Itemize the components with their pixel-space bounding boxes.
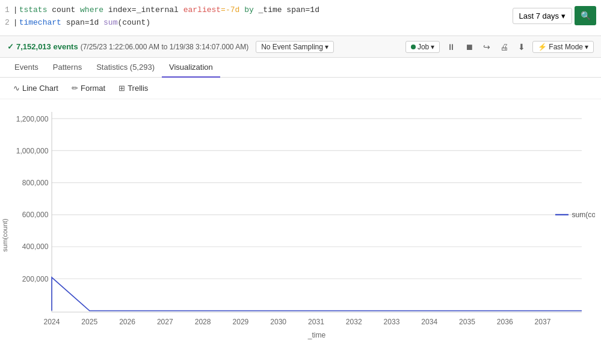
check-icon: ✓ xyxy=(7,42,14,51)
main-content: ∿ Line Chart ✏ Format ⊞ Trellis sum(coun… xyxy=(0,78,601,362)
query-editor[interactable]: | tstats count where index=_internal ear… xyxy=(13,4,508,29)
chart-toolbar: ∿ Line Chart ✏ Format ⊞ Trellis xyxy=(0,78,601,99)
stop-button[interactable]: ⏹ xyxy=(463,41,476,53)
svg-text:2033: 2033 xyxy=(383,318,399,326)
svg-text:2034: 2034 xyxy=(421,318,437,326)
share-icon: ↪ xyxy=(483,42,490,52)
line-chart-button[interactable]: ∿ Line Chart xyxy=(7,81,64,95)
svg-text:2028: 2028 xyxy=(195,318,211,326)
time-range-button[interactable]: Last 7 days ▾ xyxy=(513,8,573,24)
svg-text:2035: 2035 xyxy=(459,318,475,326)
chart-svg: 1,200,000 1,000,000 800,000 600,000 400,… xyxy=(12,105,595,364)
export-icon: ⬇ xyxy=(518,42,525,52)
search-icon: 🔍 xyxy=(581,11,591,20)
job-label: Job xyxy=(418,43,429,51)
format-label: Format xyxy=(81,84,105,93)
tab-statistics[interactable]: Statistics (5,293) xyxy=(89,58,162,78)
svg-text:200,000: 200,000 xyxy=(22,275,49,283)
print-button[interactable]: 🖨 xyxy=(498,41,511,53)
svg-text:2024: 2024 xyxy=(44,318,60,326)
pencil-icon: ✏ xyxy=(72,84,78,93)
pause-button[interactable]: ⏸ xyxy=(445,41,458,53)
svg-text:_time: _time xyxy=(307,331,326,339)
line-numbers: 1 2 xyxy=(5,4,13,29)
chevron-down-icon: ▾ xyxy=(431,43,434,51)
svg-text:1,000,000: 1,000,000 xyxy=(16,147,49,155)
svg-text:sum(count): sum(count) xyxy=(572,211,595,219)
query-actions: Last 7 days ▾ 🔍 xyxy=(508,4,602,28)
tabs: Events Patterns Statistics (5,293) Visua… xyxy=(0,58,601,78)
line-chart-icon: ∿ xyxy=(13,84,20,93)
svg-text:2026: 2026 xyxy=(119,318,135,326)
fast-mode-button[interactable]: ⚡ Fast Mode ▾ xyxy=(532,41,594,53)
chart-container: sum(count) 1,200,000 1,000,000 800,000 6… xyxy=(0,99,601,364)
tab-visualization[interactable]: Visualization xyxy=(162,58,220,78)
lightning-icon: ⚡ xyxy=(538,43,547,51)
status-dot-icon xyxy=(411,45,416,49)
line-chart-label: Line Chart xyxy=(22,84,58,93)
event-sampling-button[interactable]: No Event Sampling ▾ xyxy=(256,41,334,53)
stop-icon: ⏹ xyxy=(465,42,473,52)
search-button[interactable]: 🔍 xyxy=(575,6,596,25)
query-bar: 1 2 | tstats count where index=_internal… xyxy=(0,0,601,36)
fast-mode-label: Fast Mode xyxy=(549,43,583,51)
trellis-button[interactable]: ⊞ Trellis xyxy=(112,81,154,95)
print-icon: 🖨 xyxy=(500,42,508,52)
chevron-down-icon: ▾ xyxy=(561,11,566,20)
svg-text:2025: 2025 xyxy=(81,318,97,326)
pause-icon: ⏸ xyxy=(447,42,455,52)
trellis-icon: ⊞ xyxy=(119,84,125,93)
svg-text:2036: 2036 xyxy=(497,318,513,326)
status-success: ✓ 7,152,013 events (7/25/23 1:22:06.000 … xyxy=(7,42,248,51)
tab-patterns[interactable]: Patterns xyxy=(46,58,89,78)
event-count: 7,152,013 events xyxy=(16,42,78,51)
chevron-down-icon: ▾ xyxy=(585,43,588,51)
svg-text:2029: 2029 xyxy=(232,318,248,326)
event-sampling-label: No Event Sampling xyxy=(261,43,323,51)
share-button[interactable]: ↪ xyxy=(481,41,493,53)
svg-text:800,000: 800,000 xyxy=(22,179,49,187)
svg-text:600,000: 600,000 xyxy=(22,211,49,219)
time-range-label: Last 7 days xyxy=(519,11,559,20)
tab-events[interactable]: Events xyxy=(7,58,46,78)
y-axis-label: sum(count) xyxy=(0,105,12,364)
svg-text:2030: 2030 xyxy=(270,318,286,326)
chevron-down-icon: ▾ xyxy=(325,43,328,51)
status-right: Job ▾ ⏸ ⏹ ↪ 🖨 ⬇ ⚡ Fast Mode ▾ xyxy=(405,41,594,53)
svg-text:2032: 2032 xyxy=(346,318,362,326)
svg-text:2037: 2037 xyxy=(535,318,551,326)
svg-text:400,000: 400,000 xyxy=(22,242,49,251)
svg-text:2027: 2027 xyxy=(157,318,173,326)
svg-text:1,200,000: 1,200,000 xyxy=(16,115,49,123)
format-button[interactable]: ✏ Format xyxy=(66,81,111,95)
svg-text:2031: 2031 xyxy=(308,318,324,326)
status-time-range: (7/25/23 1:22:06.000 AM to 1/19/38 3:14:… xyxy=(81,43,249,51)
status-bar: ✓ 7,152,013 events (7/25/23 1:22:06.000 … xyxy=(0,36,601,58)
job-button[interactable]: Job ▾ xyxy=(405,41,440,53)
export-button[interactable]: ⬇ xyxy=(516,41,528,53)
chart-plot-area: 1,200,000 1,000,000 800,000 600,000 400,… xyxy=(12,105,595,364)
trellis-label: Trellis xyxy=(128,84,148,93)
